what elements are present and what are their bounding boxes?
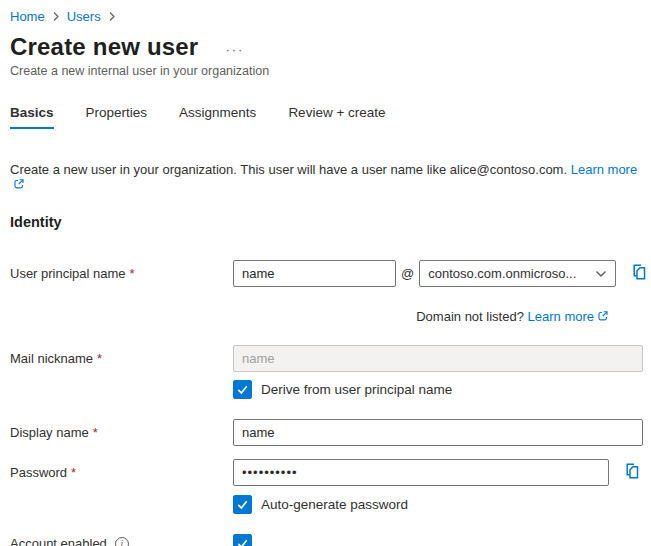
intro-sentence: Create a new user in your organization. … xyxy=(10,162,567,177)
mail-nickname-label: Mail nickname* xyxy=(10,351,233,366)
copy-upn-button[interactable] xyxy=(629,262,649,285)
password-input[interactable] xyxy=(233,459,609,486)
domain-dropdown-value: contoso.com.onmicroso... xyxy=(428,266,589,281)
domain-dropdown[interactable]: contoso.com.onmicroso... xyxy=(419,260,616,287)
more-actions-button[interactable]: ··· xyxy=(225,45,244,55)
mail-nickname-input[interactable] xyxy=(233,345,643,372)
autogen-password-checkbox[interactable] xyxy=(233,495,252,514)
domain-learn-more-link[interactable]: Learn more xyxy=(528,309,594,324)
tab-properties[interactable]: Properties xyxy=(86,105,148,129)
domain-note: Domain not listed? Learn more xyxy=(233,309,609,325)
display-name-input[interactable] xyxy=(233,419,643,446)
derive-checkbox[interactable] xyxy=(233,380,252,399)
display-name-label-text: Display name xyxy=(10,425,89,440)
intro-text: Create a new user in your organization. … xyxy=(10,162,651,193)
at-sign: @ xyxy=(401,266,414,281)
required-asterisk: * xyxy=(130,266,135,281)
breadcrumb-home-link[interactable]: Home xyxy=(10,9,45,24)
chevron-down-icon xyxy=(595,270,607,278)
page-subtitle: Create a new internal user in your organ… xyxy=(10,64,651,78)
copy-password-button[interactable] xyxy=(622,461,642,484)
derive-checkbox-label: Derive from user principal name xyxy=(261,382,452,397)
mail-nickname-label-text: Mail nickname xyxy=(10,351,93,366)
copy-icon xyxy=(629,262,649,285)
account-enabled-checkbox[interactable] xyxy=(233,534,252,546)
tab-basics[interactable]: Basics xyxy=(10,105,54,129)
breadcrumb: Home Users xyxy=(10,0,651,24)
password-label-text: Password xyxy=(10,465,67,480)
required-asterisk: * xyxy=(93,425,98,440)
required-asterisk: * xyxy=(71,465,76,480)
info-icon[interactable]: i xyxy=(115,537,129,546)
account-enabled-label: Account enabled i xyxy=(10,536,233,546)
create-new-user-page: Home Users Create new user ··· Create a … xyxy=(0,0,651,546)
external-link-icon xyxy=(597,310,609,325)
identity-section-title: Identity xyxy=(10,214,651,230)
account-enabled-label-text: Account enabled xyxy=(10,536,107,546)
display-name-label: Display name* xyxy=(10,425,233,440)
upn-label-text: User principal name xyxy=(10,266,126,281)
password-label: Password* xyxy=(10,465,233,480)
autogen-password-checkbox-label: Auto-generate password xyxy=(261,497,408,512)
intro-learn-more-link[interactable]: Learn more xyxy=(571,162,637,177)
required-asterisk: * xyxy=(97,351,102,366)
breadcrumb-users-link[interactable]: Users xyxy=(67,9,101,24)
upn-label: User principal name* xyxy=(10,266,233,281)
page-title: Create new user xyxy=(10,33,198,61)
wizard-tabs: Basics Properties Assignments Review + c… xyxy=(10,105,651,129)
breadcrumb-chevron-icon xyxy=(52,11,60,22)
domain-note-text: Domain not listed? xyxy=(416,309,524,324)
external-link-icon xyxy=(13,178,25,193)
upn-input[interactable] xyxy=(233,260,396,287)
breadcrumb-chevron-icon xyxy=(108,11,116,22)
tab-assignments[interactable]: Assignments xyxy=(179,105,256,129)
tab-review-create[interactable]: Review + create xyxy=(288,105,385,129)
copy-icon xyxy=(622,461,642,484)
